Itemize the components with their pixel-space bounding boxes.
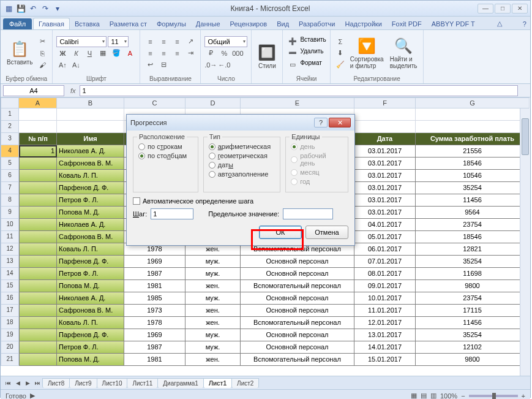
underline-icon[interactable]: Ч xyxy=(83,48,96,59)
view-normal-icon[interactable]: ▦ xyxy=(411,392,417,399)
cell[interactable]: Попова М. Д. xyxy=(57,354,124,366)
row-header[interactable]: 18 xyxy=(1,317,19,329)
cell[interactable]: 06.01.2017 xyxy=(354,243,416,256)
row-header[interactable]: 14 xyxy=(1,268,19,280)
cell[interactable]: 35254 xyxy=(416,256,530,268)
excel-icon[interactable]: ▦ xyxy=(3,3,14,14)
cell[interactable]: 23754 xyxy=(416,292,530,305)
cell[interactable]: 1981 xyxy=(124,354,185,366)
sheet-tab[interactable]: Лист11 xyxy=(127,378,158,388)
file-tab[interactable]: Файл xyxy=(3,18,32,29)
vertical-scrollbar[interactable] xyxy=(520,108,530,376)
ok-button[interactable]: ОК xyxy=(259,226,302,239)
insert-cells-icon[interactable]: ➕ xyxy=(287,36,299,47)
cell[interactable] xyxy=(19,182,57,194)
cell[interactable]: Попова М. Д. xyxy=(57,207,124,219)
align-top-icon[interactable]: ≡ xyxy=(144,36,156,47)
row-header[interactable]: 8 xyxy=(1,194,19,207)
cell[interactable]: 9800 xyxy=(416,280,530,292)
cell[interactable]: Попова М. Д. xyxy=(57,280,124,292)
checkbox-autodetect[interactable]: Автоматическое определение шага xyxy=(133,197,348,205)
close-button[interactable]: ✕ xyxy=(512,4,528,13)
cell[interactable]: Основной персонал xyxy=(241,341,354,354)
cell[interactable]: 1987 xyxy=(124,268,185,280)
maximize-button[interactable]: □ xyxy=(495,4,511,13)
cell[interactable] xyxy=(19,354,57,366)
cell[interactable] xyxy=(19,292,57,305)
cell[interactable]: жен. xyxy=(185,280,241,292)
bold-icon[interactable]: Ж xyxy=(56,48,69,59)
cell[interactable]: 1987 xyxy=(124,341,185,354)
cell[interactable]: 12821 xyxy=(416,243,530,256)
cell[interactable]: Основной персонал xyxy=(241,256,354,268)
help-icon[interactable]: ? xyxy=(519,18,530,29)
cell[interactable]: Парфенов Д. Ф. xyxy=(57,182,124,194)
row-header[interactable]: 9 xyxy=(1,207,19,219)
redo-icon[interactable]: ↷ xyxy=(40,3,51,14)
cell[interactable]: 9564 xyxy=(416,207,530,219)
cell[interactable] xyxy=(19,219,57,231)
styles-button[interactable]: 🔲Стили xyxy=(255,43,279,70)
tab-layout[interactable]: Разметка ст xyxy=(105,18,152,29)
cell[interactable]: 15.01.2017 xyxy=(354,354,416,366)
cell[interactable]: Николаев А. Д. xyxy=(57,145,124,158)
tab-nav-next-icon[interactable]: ▶ xyxy=(23,378,32,388)
zoom-level[interactable]: 100% xyxy=(440,392,457,400)
cell[interactable]: 11698 xyxy=(416,268,530,280)
align-bot-icon[interactable]: ≡ xyxy=(171,36,183,47)
cell[interactable]: жен. xyxy=(185,354,241,366)
cell[interactable]: Вспомогательный персонал xyxy=(241,317,354,329)
row-header[interactable]: 6 xyxy=(1,170,19,182)
view-layout-icon[interactable]: ▤ xyxy=(421,392,427,399)
tab-foxit[interactable]: Foxit PDF xyxy=(387,18,427,29)
cell[interactable]: 23754 xyxy=(416,219,530,231)
col-header-b[interactable]: B xyxy=(57,97,124,108)
cell[interactable]: 9800 xyxy=(416,354,530,366)
font-color-icon[interactable]: A xyxy=(124,48,136,59)
ribbon-collapse-icon[interactable]: △ xyxy=(493,18,506,29)
tab-nav-last-icon[interactable]: ⏭ xyxy=(32,378,42,388)
cell[interactable] xyxy=(19,194,57,207)
align-right-icon[interactable]: ≡ xyxy=(171,48,183,59)
cell[interactable]: Петров Ф. Л. xyxy=(57,268,124,280)
cell[interactable]: 14.01.2017 xyxy=(354,341,416,354)
cell[interactable]: 10546 xyxy=(416,170,530,182)
format-painter-icon[interactable]: 🖌 xyxy=(36,59,48,70)
cell[interactable] xyxy=(19,280,57,292)
wrap-text-icon[interactable]: ↩ xyxy=(144,59,156,70)
radio-by-rows[interactable]: по строкам xyxy=(138,143,193,150)
cell[interactable] xyxy=(19,243,57,256)
cell[interactable]: муж. xyxy=(185,292,241,305)
cell[interactable] xyxy=(19,305,57,317)
cell[interactable]: 03.01.2017 xyxy=(354,158,416,170)
cell[interactable]: 03.01.2017 xyxy=(354,145,416,158)
fill-icon[interactable]: ⬇ xyxy=(334,48,347,59)
orientation-icon[interactable]: ↗ xyxy=(184,36,197,47)
row-header[interactable]: 10 xyxy=(1,219,19,231)
tab-addins[interactable]: Надстройки xyxy=(340,18,386,29)
cell[interactable]: 03.01.2017 xyxy=(354,194,416,207)
cell[interactable]: Коваль Л. П. xyxy=(57,317,124,329)
name-box[interactable]: A4 xyxy=(3,85,64,96)
dec-decimal-icon[interactable]: ←.0 xyxy=(218,59,230,70)
step-input[interactable] xyxy=(151,208,193,219)
cancel-button[interactable]: Отмена xyxy=(305,226,348,239)
row-header[interactable]: 1 xyxy=(1,108,19,121)
dialog-close-icon[interactable]: ✕ xyxy=(329,118,351,127)
radio-arithmetic[interactable]: арифметическая xyxy=(209,143,275,150)
cell[interactable]: Основной персонал xyxy=(241,268,354,280)
merge-icon[interactable]: ⊟ xyxy=(157,59,170,70)
fx-icon[interactable]: fx xyxy=(67,87,80,94)
cell[interactable]: 10.01.2017 xyxy=(354,292,416,305)
cell[interactable]: Коваль Л. П. xyxy=(57,170,124,182)
zoom-in-icon[interactable]: + xyxy=(522,392,525,400)
autosum-icon[interactable]: Σ xyxy=(334,36,347,47)
zoom-out-icon[interactable]: − xyxy=(461,392,465,400)
row-header[interactable]: 21 xyxy=(1,354,19,366)
cell[interactable]: 1 xyxy=(19,145,57,158)
cell[interactable]: 08.01.2017 xyxy=(354,268,416,280)
cell[interactable]: Сафронова В. М. xyxy=(57,305,124,317)
cell[interactable]: Основной персонал xyxy=(241,329,354,341)
scroll-thumb[interactable] xyxy=(522,118,529,155)
limit-input[interactable] xyxy=(283,208,333,219)
